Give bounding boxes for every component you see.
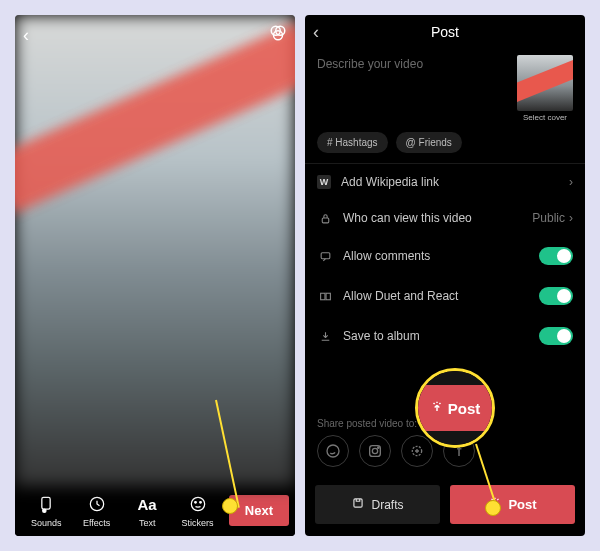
setting-label: Who can view this video xyxy=(343,211,522,225)
lock-icon xyxy=(317,212,333,225)
chevron-right-icon: › xyxy=(569,175,573,189)
setting-comments: Allow comments xyxy=(305,236,585,276)
share-more-icon[interactable] xyxy=(401,435,433,467)
editor-toolbar: Sounds Effects Aa Text Stickers Next xyxy=(15,486,295,536)
tool-text[interactable]: Aa Text xyxy=(122,492,172,528)
comments-toggle[interactable] xyxy=(539,247,573,265)
svg-point-6 xyxy=(191,497,204,510)
svg-rect-11 xyxy=(320,293,324,300)
sticker-icon xyxy=(186,492,210,516)
music-note-icon xyxy=(34,492,58,516)
tool-label: Sounds xyxy=(31,518,62,528)
duet-toggle[interactable] xyxy=(539,287,573,305)
editor-screen: ‹ Sounds Effects Aa Text Stickers xyxy=(15,15,295,536)
duet-icon xyxy=(317,290,333,303)
cover-label: Select cover xyxy=(523,113,567,122)
share-facebook-icon[interactable]: f xyxy=(443,435,475,467)
setting-wikipedia[interactable]: W Add Wikipedia link › xyxy=(305,164,585,200)
svg-rect-9 xyxy=(322,217,329,222)
wikipedia-icon: W xyxy=(317,175,331,189)
svg-rect-18 xyxy=(354,499,362,507)
svg-rect-12 xyxy=(326,293,330,300)
tool-label: Effects xyxy=(83,518,110,528)
svg-point-8 xyxy=(199,502,201,504)
privacy-value: Public xyxy=(532,211,565,225)
hashtags-chip[interactable]: # Hashtags xyxy=(317,132,388,153)
comment-icon xyxy=(317,250,333,263)
svg-rect-3 xyxy=(42,497,50,509)
filters-icon[interactable] xyxy=(269,24,287,47)
drafts-button[interactable]: Drafts xyxy=(315,485,440,524)
upload-icon xyxy=(488,496,502,513)
svg-rect-10 xyxy=(321,252,330,258)
post-header: ‹ Post xyxy=(305,15,585,49)
share-whatsapp-icon[interactable] xyxy=(317,435,349,467)
clock-icon xyxy=(85,492,109,516)
svg-point-7 xyxy=(194,502,196,504)
tool-effects[interactable]: Effects xyxy=(71,492,121,528)
setting-privacy[interactable]: Who can view this video Public › xyxy=(305,200,585,236)
save-toggle[interactable] xyxy=(539,327,573,345)
svg-point-15 xyxy=(372,448,377,453)
tool-label: Text xyxy=(139,518,156,528)
next-button[interactable]: Next xyxy=(229,495,289,526)
drafts-icon xyxy=(351,496,365,513)
cover-thumbnail[interactable] xyxy=(517,55,573,111)
text-icon: Aa xyxy=(135,492,159,516)
page-title: Post xyxy=(431,24,459,40)
friends-chip[interactable]: @ Friends xyxy=(396,132,462,153)
back-icon[interactable]: ‹ xyxy=(313,22,319,43)
video-preview xyxy=(15,15,295,486)
share-instagram-icon[interactable] xyxy=(359,435,391,467)
setting-duet: Allow Duet and React xyxy=(305,276,585,316)
tool-sounds[interactable]: Sounds xyxy=(21,492,71,528)
setting-label: Allow Duet and React xyxy=(343,289,529,303)
share-label: Share posted video to: xyxy=(305,408,585,435)
back-icon[interactable]: ‹ xyxy=(23,25,29,46)
setting-label: Save to album xyxy=(343,329,529,343)
setting-label: Allow comments xyxy=(343,249,529,263)
svg-point-13 xyxy=(327,445,339,457)
svg-point-4 xyxy=(43,509,46,512)
post-label: Post xyxy=(508,497,536,512)
setting-label: Add Wikipedia link xyxy=(341,175,559,189)
drafts-label: Drafts xyxy=(371,498,403,512)
download-icon xyxy=(317,330,333,343)
svg-point-16 xyxy=(378,447,379,448)
post-button[interactable]: Post xyxy=(450,485,575,524)
tool-stickers[interactable]: Stickers xyxy=(172,492,222,528)
tool-label: Stickers xyxy=(182,518,214,528)
setting-save: Save to album xyxy=(305,316,585,356)
post-screen: ‹ Post Describe your video Select cover … xyxy=(305,15,585,536)
share-row: f xyxy=(305,435,585,477)
description-input[interactable]: Describe your video xyxy=(317,55,507,122)
